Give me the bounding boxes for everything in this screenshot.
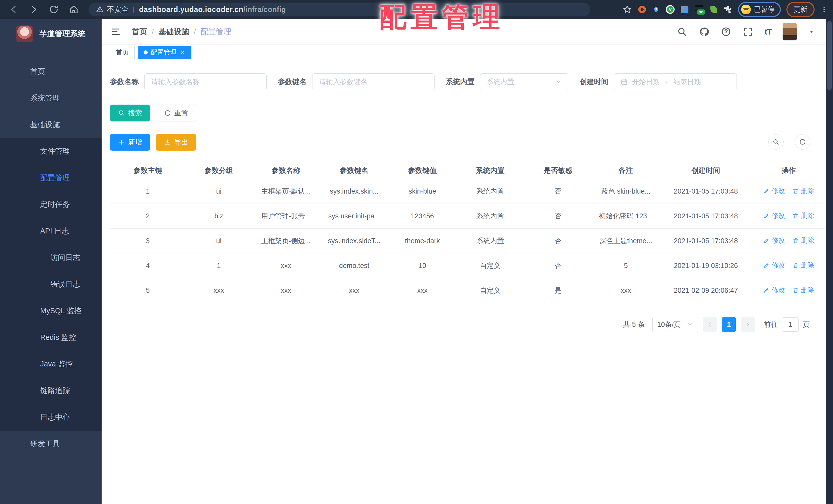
sidebar-item-tracer[interactable]: 链路追踪	[0, 377, 102, 404]
user-avatar[interactable]	[783, 23, 797, 41]
extension-green-check-icon[interactable]: V	[666, 5, 674, 14]
bookmark-star-icon[interactable]	[622, 5, 632, 14]
sidebar-item-config[interactable]: 配置管理	[0, 165, 102, 191]
sidebar-item-label: MySQL 监控	[40, 306, 81, 316]
sidebar-item-mysql[interactable]: MySQL 监控	[0, 298, 102, 324]
toggle-search-button[interactable]	[768, 134, 784, 150]
sidebar-logo-row[interactable]: 芋道管理系统	[0, 19, 102, 48]
row-actions: 修改删除	[752, 179, 825, 204]
search-button[interactable]: 搜索	[110, 105, 150, 122]
github-icon[interactable]	[699, 26, 709, 37]
browser-scrollbar[interactable]	[826, 19, 833, 504]
browser-menu-kebab-icon[interactable]	[820, 6, 828, 13]
browser-home-icon[interactable]	[69, 4, 79, 15]
sidebar-item-dev-tools[interactable]: 研发工具	[0, 431, 102, 457]
plus-icon	[118, 138, 125, 146]
delete-link[interactable]: 删除	[792, 261, 814, 270]
refresh-table-button[interactable]	[795, 134, 810, 150]
page-size-select[interactable]: 10条/页	[652, 317, 698, 332]
table-tools	[768, 134, 810, 150]
paused-profile-chip[interactable]: 已暂停	[738, 2, 781, 17]
browser-toolbar: 不安全 | dashboard.yudao.iocoder.cn /infra/…	[0, 0, 833, 19]
table-cell: sys.index.skin...	[320, 179, 388, 204]
edit-link[interactable]: 修改	[763, 286, 785, 295]
table-toolbar: 新增 导出	[110, 134, 818, 151]
delete-link[interactable]: 删除	[792, 211, 814, 220]
font-size-icon[interactable]: tT	[765, 27, 771, 36]
sidebar-item-label: 访问日志	[50, 253, 80, 263]
sidebar-item-redis[interactable]: Redis 监控	[0, 324, 102, 351]
edit-link[interactable]: 修改	[763, 186, 785, 195]
sidebar-item-system[interactable]: 系统管理	[0, 85, 102, 111]
search-actions-row: 搜索 重置	[110, 105, 818, 122]
next-page-button[interactable]	[741, 317, 755, 332]
delete-link[interactable]: 删除	[792, 286, 814, 295]
edit-link[interactable]: 修改	[763, 261, 785, 270]
chevron-up-icon	[84, 227, 91, 235]
sidebar-item-log-center[interactable]: 日志中心	[0, 404, 102, 431]
extension-leaf-icon[interactable]	[709, 5, 718, 14]
address-bar[interactable]: 不安全 | dashboard.yudao.iocoder.cn /infra/…	[89, 3, 590, 16]
breadcrumb-infra[interactable]: 基础设施	[159, 27, 189, 37]
sidebar-item-infra[interactable]: 基础设施	[0, 111, 102, 138]
edit-link[interactable]: 修改	[763, 211, 785, 220]
browser-forward-icon[interactable]	[29, 4, 39, 15]
table-row: 2biz用户管理-账号...sys.user.init-pa...123456系…	[110, 204, 825, 229]
goto-page: 前往 页	[764, 317, 810, 332]
search-icon	[772, 138, 780, 146]
page-number-1[interactable]: 1	[722, 317, 736, 332]
add-button[interactable]: 新增	[110, 134, 150, 151]
browser-reload-icon[interactable]	[49, 4, 59, 15]
param-name-field	[144, 73, 267, 90]
fullscreen-icon[interactable]	[743, 26, 754, 37]
prev-page-button[interactable]	[703, 317, 717, 332]
sidebar-item-job[interactable]: 定时任务	[0, 191, 102, 218]
reset-button[interactable]: 重置	[156, 105, 196, 122]
sidebar-collapse-icon[interactable]	[110, 26, 121, 37]
table-header-row: 参数主键参数分组参数名称参数键名参数键值系统内置是否敏感备注创建时间操作	[110, 162, 825, 179]
extension-orange-icon[interactable]	[638, 5, 646, 14]
chevron-down-icon[interactable]	[808, 28, 815, 35]
browser-update-button[interactable]: 更新	[786, 2, 814, 17]
extension-pin-icon[interactable]	[652, 5, 660, 14]
sidebar-item-home[interactable]: 首页	[0, 58, 102, 85]
delete-link[interactable]: 删除	[792, 186, 814, 195]
eye-icon	[23, 386, 32, 395]
config-table: 参数主键参数分组参数名称参数键名参数键值系统内置是否敏感备注创建时间操作 1ui…	[110, 162, 825, 303]
help-icon[interactable]	[721, 26, 731, 37]
sidebar-item-access-log[interactable]: 访问日志	[0, 245, 102, 271]
pencil-icon	[763, 188, 770, 194]
sidebar-item-label: Redis 监控	[40, 332, 76, 343]
extension-bluegray-icon[interactable]	[680, 5, 689, 14]
date-range-picker[interactable]: 开始日期 - 结束日期	[614, 73, 737, 90]
export-button[interactable]: 导出	[156, 134, 196, 151]
table-cell: 3	[110, 229, 186, 253]
table-cell: 10	[388, 253, 456, 278]
builtin-select[interactable]: 系统内置	[480, 73, 568, 90]
sidebar-item-file[interactable]: 文件管理	[0, 138, 102, 165]
goto-page-input[interactable]	[782, 317, 799, 332]
main-area: 首页 / 基础设施 / 配置管理 tT 首页	[102, 19, 826, 504]
extension-on-badge-icon[interactable]: on	[694, 5, 704, 14]
sidebar-item-java[interactable]: Java 监控	[0, 351, 102, 377]
delete-link[interactable]: 删除	[792, 236, 814, 245]
tag-config[interactable]: 配置管理	[138, 46, 191, 59]
table-cell: 2021-02-09 20:06:47	[660, 278, 752, 303]
sidebar-item-error-log[interactable]: 错误日志	[0, 271, 102, 298]
close-icon[interactable]	[180, 50, 186, 55]
chevron-down-icon	[84, 94, 91, 102]
tag-home[interactable]: 首页	[110, 46, 135, 59]
extensions-puzzle-icon[interactable]	[724, 5, 733, 14]
pencil-icon	[763, 212, 770, 219]
table-row: 41xxxdemo.test10自定义否52021-01-19 03:10:26…	[110, 253, 825, 278]
param-key-input[interactable]	[318, 78, 428, 86]
browser-back-icon[interactable]	[9, 4, 19, 15]
breadcrumb-current: 配置管理	[200, 27, 231, 37]
search-icon[interactable]	[676, 26, 687, 37]
column-header: 参数键名	[320, 162, 388, 179]
param-name-input[interactable]	[151, 78, 260, 86]
table-cell: 初始化密码 123...	[592, 204, 660, 229]
edit-link[interactable]: 修改	[763, 236, 785, 245]
sidebar-item-api-log[interactable]: API 日志	[0, 218, 102, 245]
breadcrumb-home[interactable]: 首页	[132, 27, 147, 37]
